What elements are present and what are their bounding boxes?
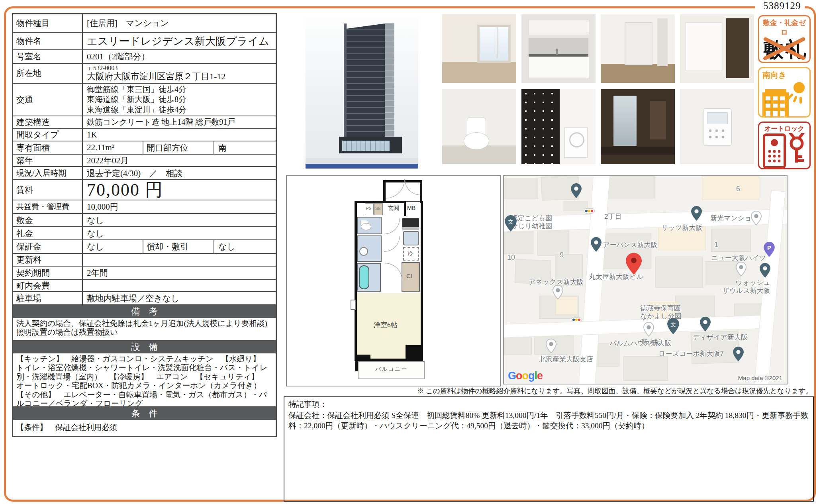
row-label: 物件名 <box>13 33 83 49</box>
special-terms-box: 特記事項： 保証会社：保証会社利用必須 S全保連 初回総賃料80% 更新料13,… <box>284 396 814 502</box>
backsplash <box>529 38 588 54</box>
table-row: 敷金なし <box>13 214 276 227</box>
remarks-header: 備 考 <box>13 305 276 318</box>
table-row: 現況/入居時期退去予定(4/30) ／ 相談 <box>13 167 276 180</box>
building-side-face <box>385 23 394 153</box>
row-label2: 開口部方位 <box>143 141 214 154</box>
row-value: 0201（2階部分） <box>83 50 276 63</box>
map-pin-school-icon: 文 <box>505 215 517 233</box>
table-row: 礼金なし <box>13 227 276 240</box>
map-pin-dark-icon <box>571 183 582 200</box>
building-entrance-glass <box>342 141 390 151</box>
map-building <box>702 176 759 200</box>
pattern-accent-wall <box>521 89 560 164</box>
map-building <box>600 233 651 269</box>
kitchen-sink <box>403 231 419 245</box>
map-pin-light-icon <box>571 317 582 324</box>
faucet <box>556 49 558 55</box>
building-front-face <box>347 24 385 153</box>
map-building <box>602 176 655 198</box>
photo-kitchen <box>521 14 596 83</box>
row-value <box>83 254 276 266</box>
map-pin-p-icon: P <box>764 242 775 259</box>
table-row: 所在地 〒532-0003大阪府大阪市淀川区宮原２丁目1-12 <box>13 64 276 84</box>
map-label: ローズコーポ新大阪7 <box>658 350 724 358</box>
conditions-header: 条 件 <box>13 407 276 420</box>
floorplan: PS SB 玄関 MB 冷 CL <box>355 180 442 381</box>
row-label: 礼金 <box>13 227 83 239</box>
building-balcony-edge <box>344 24 347 153</box>
room-label: 洋室6帖 <box>374 320 398 329</box>
map-pin-white-icon <box>643 322 654 338</box>
row-label: 交通 <box>13 84 83 116</box>
map-building <box>537 228 569 256</box>
hall-end-wall <box>625 22 652 65</box>
fridge-label: 冷 <box>408 250 413 257</box>
table-row: 駐車場敷地内駐車場／空きなし <box>13 292 276 305</box>
row-label: 町内会費 <box>13 280 83 291</box>
transit-lines: 御堂筋線「東三国」徒歩4分 東海道線「新大阪」徒歩8分 東海道線「東淀川」徒歩4… <box>83 84 276 116</box>
sink-plan <box>359 247 368 256</box>
badge-zero-deposit: 敷金・礼金ゼロ 敷 礼 <box>758 15 811 63</box>
upper-cabinets <box>529 19 589 35</box>
map-building <box>655 257 703 288</box>
strike-x-icon <box>759 37 809 60</box>
lower-cabinets <box>529 57 589 79</box>
stove <box>402 218 419 227</box>
map-label: ニュー大阪ハイツ <box>711 254 766 262</box>
map-building <box>504 230 533 254</box>
map-pin-white-icon <box>751 211 762 227</box>
equipment-header: 設 備 <box>13 341 276 353</box>
wall-block <box>406 345 421 359</box>
floorplan-box: PS SB 玄関 MB 冷 CL <box>286 175 501 386</box>
conditions-text: 【条件】 保証会社利用必須 <box>13 420 276 436</box>
table-row: 保証金なし償却・敷引なし <box>13 240 276 254</box>
special-terms-title: 特記事項： <box>288 399 809 410</box>
photo-vanity <box>601 89 675 164</box>
table-row: 交通御堂筋線「東三国」徒歩4分 東海道線「新大阪」徒歩8分 東海道線「東淀川」徒… <box>13 84 276 116</box>
row-value2: 南 <box>214 141 276 154</box>
table-row: 築年2022年02月 <box>13 155 276 167</box>
map-pin-light-icon <box>584 208 595 215</box>
sb-label: SB <box>375 206 380 211</box>
svg-text:P: P <box>767 244 771 251</box>
row-value: 敷地内駐車場／空きなし <box>83 292 276 304</box>
map-building <box>503 178 538 199</box>
map-pin-dark-icon <box>700 317 711 333</box>
map-label: リッツ新大阪 <box>661 224 702 232</box>
row-label: 間取タイプ <box>13 129 83 141</box>
row-value: 2022年02月 <box>83 155 276 166</box>
table-row: 建築構造鉄筋コンクリート造 地上14階 総戸数91戸 <box>13 116 276 129</box>
row-value: 1K <box>83 129 276 141</box>
washer-door <box>569 132 584 147</box>
equipment-text: 【キッチン】 給湯器・ガスコンロ・システムキッチン 【水廻り】 トイレ・浴室乾燥… <box>13 353 276 407</box>
postal-code: 〒532-0003 <box>87 65 118 71</box>
closet-panel <box>686 22 722 71</box>
toilet-bowl <box>464 132 489 150</box>
table-row: 町内会費 <box>13 280 276 292</box>
table-row: 賃料70,000 円 <box>13 180 276 200</box>
map-pin-white-icon <box>546 339 556 355</box>
row-label: 専有面積 <box>13 141 83 154</box>
badge-zero-kanji: 敷 礼 <box>759 37 809 60</box>
row-label: 敷金 <box>13 214 83 226</box>
rent-value: 70,000 円 <box>83 180 276 200</box>
map-pin-white-icon <box>553 285 563 301</box>
map-label: ディザイア新大阪 <box>693 333 748 341</box>
photo-bath-panel <box>680 89 754 164</box>
map-label: 北沢産業大阪支店 <box>539 355 593 363</box>
photo-hallway <box>601 14 675 83</box>
table-row: 物件名エスリードレジデンス新大阪プライム <box>13 33 276 50</box>
svg-text:文: 文 <box>508 219 513 225</box>
map-pin-dark-icon <box>760 263 770 279</box>
row-label: 契約期間 <box>13 267 83 279</box>
row-label: 所在地 <box>13 64 83 83</box>
dark-door <box>726 18 749 78</box>
wall-stub <box>351 300 356 310</box>
badge-autolock-title: オートロック <box>759 123 809 133</box>
photo-building-exterior <box>306 17 418 169</box>
badge-south-title: 南向き <box>759 68 809 80</box>
badge-autolock: オートロック <box>758 122 811 169</box>
window-mullion <box>497 25 498 58</box>
ps-label: PS <box>366 206 371 211</box>
